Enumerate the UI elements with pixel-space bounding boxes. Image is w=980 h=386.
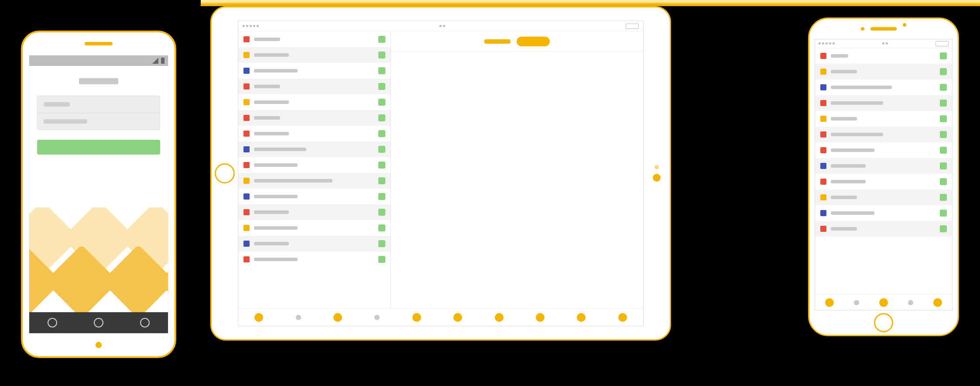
status-badge: [940, 225, 947, 232]
tab-item[interactable]: [412, 313, 421, 322]
iphone-sensor-icon: [903, 23, 906, 27]
ipad-detail-pane: [391, 31, 643, 308]
list-item[interactable]: [238, 47, 391, 63]
category-color-icon: [820, 84, 826, 90]
category-color-icon: [243, 131, 250, 137]
list-item[interactable]: [815, 127, 952, 142]
status-badge: [940, 115, 947, 122]
list-item[interactable]: [815, 205, 952, 221]
status-badge: [940, 84, 947, 91]
tab-item[interactable]: [254, 313, 263, 322]
android-device-frame: [21, 31, 176, 358]
tab-item[interactable]: [825, 298, 834, 307]
list-item[interactable]: [815, 221, 952, 237]
list-item[interactable]: [815, 48, 952, 64]
android-status-bar: [29, 55, 168, 66]
list-item[interactable]: [238, 31, 391, 47]
nav-home-icon[interactable]: [94, 318, 103, 327]
list-item[interactable]: [238, 63, 391, 79]
category-color-icon: [820, 147, 826, 153]
status-badge: [940, 178, 947, 185]
login-form: [37, 96, 160, 130]
list-item[interactable]: [815, 79, 952, 95]
list-item-label: [831, 227, 857, 231]
list-item-label: [254, 242, 289, 245]
category-color-icon: [243, 36, 250, 42]
battery-icon: [626, 24, 639, 29]
status-badge: [378, 130, 385, 137]
list-item-label: [254, 116, 280, 120]
list-item-label: [831, 70, 857, 73]
list-item[interactable]: [238, 94, 391, 110]
iphone-screen: [815, 39, 953, 310]
tab-item[interactable]: [908, 300, 913, 305]
status-badge: [378, 193, 385, 200]
list-item-label: [254, 148, 306, 151]
iphone-home-button[interactable]: [874, 313, 893, 332]
list-item[interactable]: [238, 79, 391, 94]
tab-item[interactable]: [854, 300, 859, 305]
list-item-label: [254, 53, 289, 57]
list-item[interactable]: [238, 173, 391, 189]
list-item[interactable]: [815, 158, 952, 174]
iphone-camera-icon: [861, 27, 864, 31]
category-color-icon: [243, 256, 250, 262]
username-field[interactable]: [38, 96, 160, 113]
list-item[interactable]: [238, 252, 391, 267]
status-badge: [940, 147, 947, 154]
status-badge: [940, 100, 947, 107]
tab-item[interactable]: [536, 313, 545, 322]
category-color-icon: [820, 116, 826, 122]
status-badge: [378, 36, 385, 43]
status-badge: [378, 52, 385, 59]
list-item[interactable]: [238, 204, 391, 220]
nav-back-icon[interactable]: [48, 318, 57, 327]
tab-item[interactable]: [618, 313, 627, 322]
status-badge: [378, 209, 385, 216]
list-item[interactable]: [238, 110, 391, 126]
list-item[interactable]: [815, 190, 952, 205]
decorative-diamonds: [29, 207, 168, 312]
detail-segment-label[interactable]: [484, 39, 511, 44]
password-field[interactable]: [38, 113, 160, 130]
list-item[interactable]: [238, 236, 391, 252]
status-badge: [940, 131, 947, 138]
tab-item[interactable]: [933, 298, 942, 307]
iphone-speaker: [870, 27, 897, 31]
tab-item[interactable]: [495, 313, 504, 322]
tab-item[interactable]: [879, 298, 888, 307]
list-item[interactable]: [815, 142, 952, 158]
category-color-icon: [243, 146, 250, 152]
list-item[interactable]: [815, 111, 952, 127]
list-item[interactable]: [815, 95, 952, 111]
status-badge: [940, 210, 947, 217]
tab-item[interactable]: [296, 315, 301, 320]
category-color-icon: [820, 226, 826, 232]
list-item[interactable]: [238, 141, 391, 157]
list-item[interactable]: [238, 126, 391, 141]
ipad-status-bar: [238, 21, 643, 31]
list-item-label: [831, 117, 857, 121]
category-color-icon: [820, 53, 826, 59]
list-item[interactable]: [238, 189, 391, 204]
list-item-label: [831, 148, 874, 152]
list-item[interactable]: [238, 157, 391, 173]
tab-item[interactable]: [453, 313, 462, 322]
android-home-dot: [96, 342, 102, 348]
list-item[interactable]: [815, 174, 952, 190]
status-badge: [378, 162, 385, 169]
login-button[interactable]: [37, 140, 160, 155]
tab-item[interactable]: [374, 315, 380, 320]
ipad-home-button[interactable]: [215, 163, 235, 183]
list-item[interactable]: [815, 64, 952, 79]
tab-item[interactable]: [577, 313, 586, 322]
list-item-label: [254, 132, 289, 135]
detail-segment-selected[interactable]: [517, 37, 550, 46]
list-item-label: [831, 101, 883, 105]
status-badge: [378, 114, 385, 121]
tab-item[interactable]: [333, 313, 342, 322]
status-badge: [940, 52, 947, 59]
status-badge: [378, 99, 385, 106]
list-item[interactable]: [238, 220, 391, 236]
nav-recents-icon[interactable]: [140, 318, 150, 327]
